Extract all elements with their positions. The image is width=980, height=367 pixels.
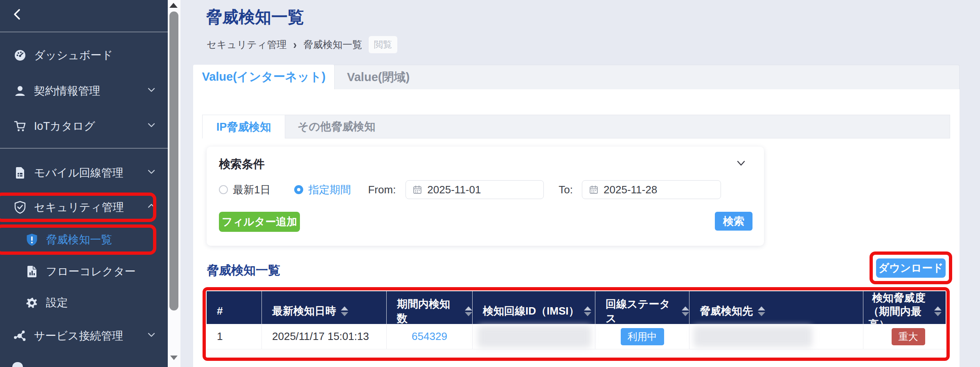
redacted-destination-value (694, 326, 812, 347)
sidebar-item-dashboard[interactable]: ダッシュボード (0, 44, 168, 67)
sort-icon[interactable] (341, 306, 348, 316)
scrollbar-up-arrow[interactable] (169, 3, 178, 8)
tab-value-internet[interactable]: Value(インターネット) (193, 65, 334, 89)
sidebar-item-label: 契約情報管理 (34, 84, 100, 98)
redacted-imsi-value (478, 326, 591, 348)
search-panel-title: 検索条件 (219, 156, 265, 172)
cell-detection-count: 654329 (387, 324, 473, 349)
cell-severity: 重大 (863, 324, 946, 349)
table-row[interactable]: 1 2025/11/17 15:01:13 654329 利用中 重大 (207, 324, 946, 349)
shield-check-icon (14, 201, 27, 214)
page-title: 脅威検知一覧 (206, 6, 304, 28)
sidebar-divider (0, 148, 168, 149)
to-label: To: (559, 184, 573, 196)
sidebar-item-flow-collector[interactable]: フローコレクター (0, 260, 168, 283)
search-criteria-row: 最新1日 指定期間 From: 2025-11-01 To: 2025-11-2… (219, 180, 721, 199)
gear-icon (25, 296, 38, 309)
scrollbar-thumb[interactable] (169, 11, 178, 310)
dashboard-icon (14, 49, 27, 62)
radio-specified-period[interactable]: 指定期間 (294, 183, 351, 197)
cell-latest-datetime: 2025/11/17 15:01:13 (262, 324, 387, 349)
breadcrumb-parent[interactable]: セキュリティ管理 (207, 38, 286, 51)
from-date-input[interactable]: 2025-11-01 (406, 180, 544, 199)
inner-tab-bar: IP脅威検知 その他脅威検知 (202, 115, 950, 138)
sidebar-item-label: ダッシュボード (34, 48, 113, 63)
view-mode-badge: 閲覧 (369, 36, 397, 53)
chevron-down-icon (146, 85, 156, 97)
breadcrumb-separator-icon: › (293, 37, 297, 52)
sort-icon[interactable] (934, 306, 942, 316)
threat-table: # 最新検知日時 期間内検知数 検知回線ID（IMSI） 回線ステータス 脅威検… (207, 291, 946, 357)
add-filter-button[interactable]: フィルター追加 (219, 212, 300, 232)
person-icon (14, 84, 27, 97)
to-date-input[interactable]: 2025-11-28 (582, 180, 721, 199)
chevron-down-icon (146, 167, 156, 179)
detection-count-link[interactable]: 654329 (412, 330, 447, 343)
sort-icon[interactable] (682, 306, 689, 316)
chevron-down-icon (146, 120, 156, 133)
sidebar: ダッシュボード 契約情報管理 IoTカタログ モバイル回線管理 セ (0, 0, 168, 367)
tab-other-threat[interactable]: その他脅威検知 (285, 115, 950, 138)
sidebar-item-mobile-line[interactable]: モバイル回線管理 (0, 161, 168, 184)
sidebar-item-label: セキュリティ管理 (34, 200, 124, 215)
calendar-icon (589, 185, 599, 195)
sort-icon[interactable] (584, 306, 591, 316)
from-label: From: (368, 184, 396, 196)
sidebar-divider (0, 32, 168, 32)
sort-icon[interactable] (758, 306, 765, 316)
outer-tab-bar: Value(インターネット) Value(閉域) (193, 65, 960, 89)
scrollbar-down-arrow[interactable] (170, 356, 178, 360)
table-header-row: # 最新検知日時 期間内検知数 検知回線ID（IMSI） 回線ステータス 脅威検… (207, 291, 946, 324)
radio-unchecked-icon (219, 185, 228, 194)
sim-card-icon (14, 166, 27, 179)
chevron-down-icon (146, 330, 156, 342)
severity-badge: 重大 (892, 328, 925, 345)
to-date-value: 2025-11-28 (604, 184, 657, 196)
sidebar-item-label: 脅威検知一覧 (46, 232, 112, 247)
network-hub-icon (14, 329, 27, 342)
line-status-badge: 利用中 (621, 328, 664, 345)
tab-value-closed[interactable]: Value(閉域) (334, 65, 960, 89)
sidebar-item-label: サービス接続管理 (34, 328, 123, 343)
cart-icon (14, 120, 27, 133)
sidebar-item-label: 設定 (46, 295, 68, 310)
chevron-up-icon (146, 201, 156, 214)
sidebar-item-contract[interactable]: 契約情報管理 (0, 79, 168, 102)
cell-imsi (473, 324, 595, 349)
sidebar-item-label: IoTカタログ (34, 119, 95, 134)
cell-line-status: 利用中 (595, 324, 689, 349)
breadcrumb: セキュリティ管理 › 脅威検知一覧 閲覧 (207, 36, 397, 53)
radio-checked-icon (294, 185, 303, 194)
radio-latest-day[interactable]: 最新1日 (219, 183, 270, 197)
radio-label: 指定期間 (308, 183, 351, 197)
sidebar-item-settings[interactable]: 設定 (0, 291, 168, 314)
search-button[interactable]: 検索 (715, 212, 752, 231)
cell-index: 1 (207, 324, 262, 349)
from-date-value: 2025-11-01 (427, 184, 481, 196)
sidebar-item-threat-list[interactable]: 脅威検知一覧 (0, 228, 168, 251)
partial-next-item-icon (12, 362, 23, 367)
sidebar-item-label: フローコレクター (46, 264, 136, 279)
download-button[interactable]: ダウンロード (876, 258, 946, 278)
file-chart-icon (25, 265, 38, 278)
search-panel: 検索条件 最新1日 指定期間 From: 2025-11-01 To: 2025… (207, 147, 764, 246)
chevron-left-icon (11, 7, 25, 21)
cell-threat-destination (689, 324, 863, 349)
sidebar-item-service-connection[interactable]: サービス接続管理 (0, 324, 168, 347)
calendar-icon (412, 185, 422, 195)
list-section-heading: 脅威検知一覧 (207, 262, 280, 279)
sidebar-item-label: モバイル回線管理 (34, 165, 124, 180)
sidebar-item-security[interactable]: セキュリティ管理 (0, 196, 168, 219)
breadcrumb-current: 脅威検知一覧 (303, 38, 362, 51)
collapse-chevron-icon[interactable] (734, 158, 748, 170)
sort-icon[interactable] (465, 306, 472, 316)
tab-ip-threat[interactable]: IP脅威検知 (202, 115, 285, 138)
sidebar-collapse-button[interactable] (11, 7, 25, 21)
shield-alert-icon (25, 233, 38, 246)
radio-label: 最新1日 (233, 183, 270, 197)
sidebar-item-iot-catalog[interactable]: IoTカタログ (0, 115, 168, 138)
